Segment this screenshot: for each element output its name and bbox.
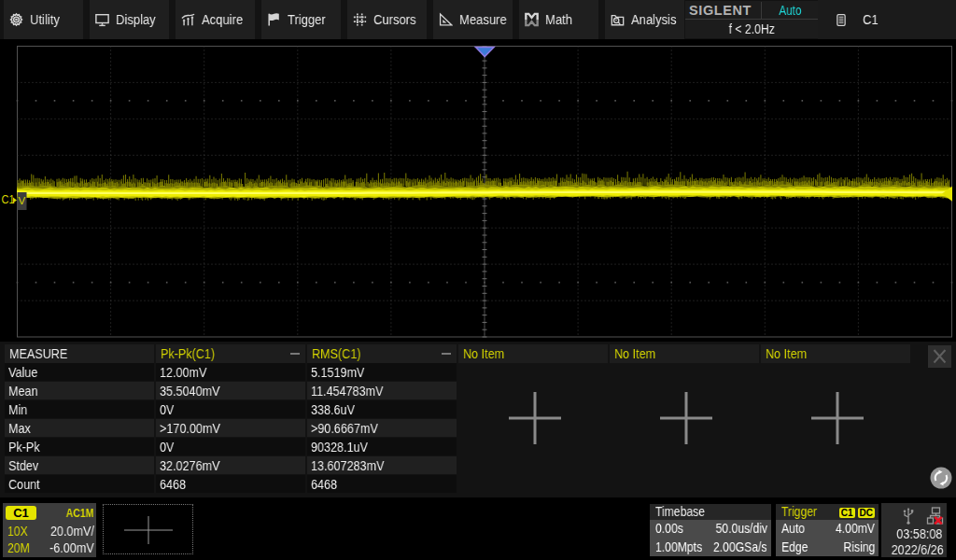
svg-text:V: V — [19, 195, 26, 206]
svg-text:C1: C1 — [1, 192, 14, 205]
